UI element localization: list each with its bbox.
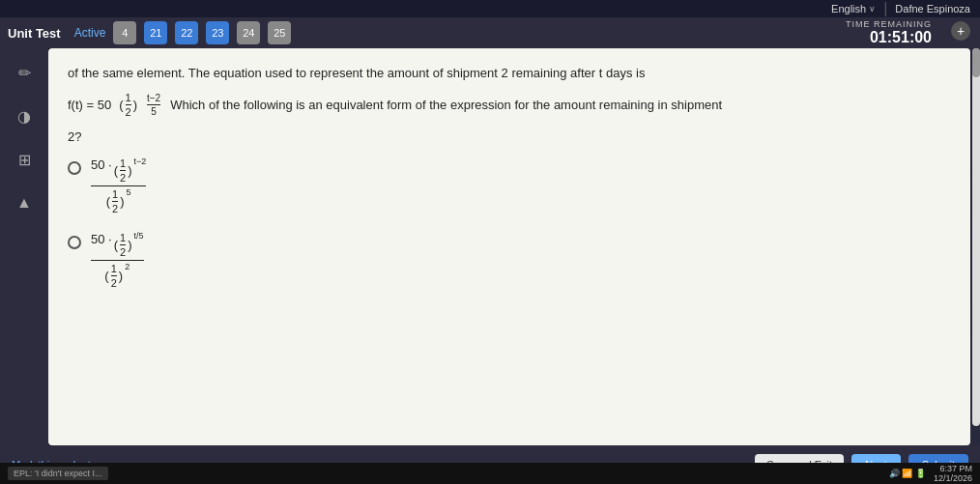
opt-a-num-text: 50 ·	[91, 157, 112, 172]
opt-a-den-base: ( 1 2 )	[106, 188, 125, 214]
nav-btn-22[interactable]: 22	[175, 21, 198, 44]
exp-fraction: t−2 5	[147, 93, 160, 117]
opt-b-num-base: ( 1 2 )	[114, 232, 132, 258]
username-label: Dafne Espinoza	[895, 3, 970, 14]
opt-a-num-exp: t−2	[134, 157, 147, 166]
nav-btn-21[interactable]: 21	[144, 21, 167, 44]
header-row: Unit Test Active 4 21 22 23 24 25	[0, 17, 980, 48]
nav-btn-25[interactable]: 25	[268, 21, 291, 44]
plus-button[interactable]: +	[951, 21, 970, 41]
taskbar-date: 12/1/2026	[934, 473, 972, 483]
language-arrow: ∨	[869, 4, 876, 14]
scrollbar-thumb[interactable]	[972, 48, 980, 77]
sidebar: ✏ ◑ ⊞ ▲	[0, 48, 48, 445]
time-value: 01:51:00	[870, 29, 932, 46]
opt-b-den-base: ( 1 2 )	[104, 263, 123, 289]
taskbar-time-date: 6:37 PM 12/1/2026	[934, 464, 972, 483]
question-intro: of the same element. The equation used t…	[68, 64, 951, 84]
nav-btn-23[interactable]: 23	[206, 21, 229, 44]
top-bar: English ∨ | Dafne Espinoza	[0, 0, 980, 17]
opt-a-den-exp: 5	[127, 188, 131, 197]
option-a-fraction: 50 · ( 1 2 ) t−2 ( 1	[91, 157, 146, 214]
grid-icon[interactable]: ⊞	[10, 145, 39, 174]
base-fraction: 1 2	[126, 92, 131, 118]
nav-btn-4[interactable]: 4	[113, 21, 136, 44]
language-label: English	[831, 3, 866, 14]
active-status: Active	[74, 26, 106, 40]
taskbar-icons: 🔊 📶 🔋	[889, 469, 926, 478]
option-b: 50 · ( 1 2 ) t/5 ( 1	[68, 232, 951, 289]
formula-continuation: Which of the following is an equivalent …	[170, 98, 722, 112]
arrow-up-icon[interactable]: ▲	[10, 188, 39, 217]
radio-b[interactable]	[68, 236, 81, 249]
unit-test-title: Unit Test	[8, 26, 61, 41]
formula-line: f(t) = 50 ( 1 2 ) t−2 5 Which of the fol…	[68, 92, 951, 118]
edit-icon[interactable]: ✏	[10, 58, 39, 87]
formula-exp: t−2 5	[145, 93, 162, 117]
time-remaining-panel: TIME REMAINING 01:51:00	[846, 17, 932, 48]
taskbar: EPL: 'I didn't expect I... 🔊 📶 🔋 6:37 PM…	[0, 463, 980, 484]
opt-a-num-base: ( 1 2 )	[114, 157, 132, 184]
formula-base: ( 1 2 )	[119, 92, 137, 118]
taskbar-clock: 🔊 📶 🔋 6:37 PM 12/1/2026	[889, 464, 972, 483]
option-a: 50 · ( 1 2 ) t−2 ( 1	[68, 157, 951, 214]
option-b-numerator: 50 · ( 1 2 ) t/5	[91, 232, 144, 261]
formula-prefix: f(t) = 50	[68, 98, 111, 112]
taskbar-apps: EPL: 'I didn't expect I...	[8, 467, 108, 480]
opt-b-num-exp: t/5	[134, 232, 144, 241]
question-end: 2?	[68, 129, 951, 144]
opt-b-den-exp: 2	[125, 263, 130, 271]
option-b-denominator: ( 1 2 ) 2	[104, 261, 130, 289]
taskbar-time: 6:37 PM	[939, 464, 972, 473]
option-b-expression: 50 · ( 1 2 ) t/5 ( 1	[91, 232, 144, 289]
language-selector[interactable]: English ∨	[831, 3, 876, 14]
radio-a[interactable]	[68, 161, 81, 175]
taskbar-app-label[interactable]: EPL: 'I didn't expect I...	[8, 467, 108, 480]
main-content: of the same element. The equation used t…	[48, 48, 970, 445]
opt-b-num-text: 50 ·	[91, 232, 112, 246]
headphone-icon[interactable]: ◑	[10, 101, 39, 130]
scrollbar-track[interactable]	[972, 48, 980, 426]
time-label: TIME REMAINING	[846, 19, 932, 29]
option-a-numerator: 50 · ( 1 2 ) t−2	[91, 157, 146, 186]
option-a-denominator: ( 1 2 ) 5	[106, 186, 131, 214]
option-b-fraction: 50 · ( 1 2 ) t/5 ( 1	[91, 232, 144, 289]
nav-btn-24[interactable]: 24	[237, 21, 260, 44]
option-a-expression: 50 · ( 1 2 ) t−2 ( 1	[91, 157, 146, 214]
